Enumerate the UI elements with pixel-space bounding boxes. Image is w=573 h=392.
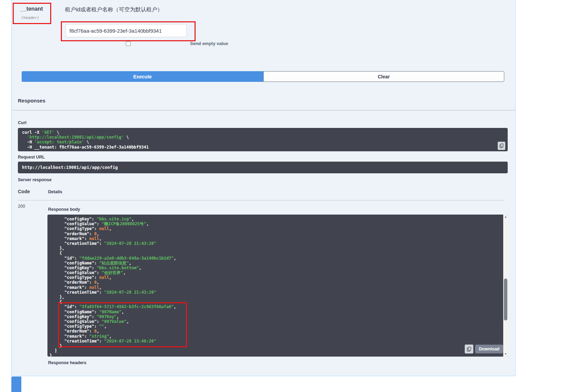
clipboard-icon <box>499 143 504 148</box>
scroll-down-arrow[interactable]: ▼ <box>503 352 508 356</box>
send-empty-value-label: Send empty value <box>190 41 228 46</box>
response-copy-button[interactable] <box>465 345 473 353</box>
status-code: 200 <box>18 204 25 209</box>
curl-command-block: curl -X 'GET' \ 'http://localhost:19001/… <box>18 128 508 151</box>
request-url-value: http://localhost:19001/api/app/config <box>22 165 118 170</box>
scroll-up-arrow[interactable]: ▲ <box>503 215 508 219</box>
parameter-description: 租户id或者租户名称（可空为默认租户） <box>65 6 163 13</box>
swagger-page: __tenant (header) 租户id或者租户名称（可空为默认租户） Se… <box>0 0 573 392</box>
server-response-label: Server response <box>18 177 52 182</box>
clipboard-icon <box>466 347 472 352</box>
curl-command-text: curl -X 'GET' \ 'http://localhost:19001/… <box>22 130 504 150</box>
annotation-box-parameter-name: __tenant (header) <box>13 3 51 24</box>
parameter-location: (header) <box>21 15 39 20</box>
request-url-block: http://localhost:19001/api/app/config <box>18 162 508 173</box>
request-url-label: Request URL <box>18 155 45 160</box>
parameter-name: __tenant <box>20 6 43 12</box>
details-column-header: Details <box>48 189 62 194</box>
curl-label: Curl <box>18 120 26 125</box>
partial-method-badge <box>11 377 21 392</box>
tenant-value-input[interactable] <box>66 24 187 37</box>
responses-divider <box>12 110 515 110</box>
scrollbar-thumb[interactable] <box>504 279 507 320</box>
response-body-block: "configKey": "bbs.site.icp", "configValu… <box>47 215 508 357</box>
curl-copy-button[interactable] <box>498 142 505 150</box>
table-header-divider <box>18 200 504 200</box>
download-button[interactable]: Download <box>475 345 503 353</box>
send-empty-value-checkbox[interactable] <box>126 41 131 46</box>
execute-button[interactable]: Execute <box>22 71 263 82</box>
response-body-scrollbar[interactable]: ▲ ▼ <box>503 215 508 357</box>
responses-section-title: Responses <box>18 98 45 104</box>
clear-button[interactable]: Clear <box>263 71 504 82</box>
code-column-header: Code <box>18 189 30 194</box>
response-headers-label: Response headers <box>48 360 86 365</box>
response-body-json: "configKey": "bbs.site.icp", "configValu… <box>47 215 508 357</box>
response-body-label: Response body <box>48 207 80 212</box>
operation-panel: __tenant (header) 租户id或者租户名称（可空为默认租户） Se… <box>11 0 516 376</box>
